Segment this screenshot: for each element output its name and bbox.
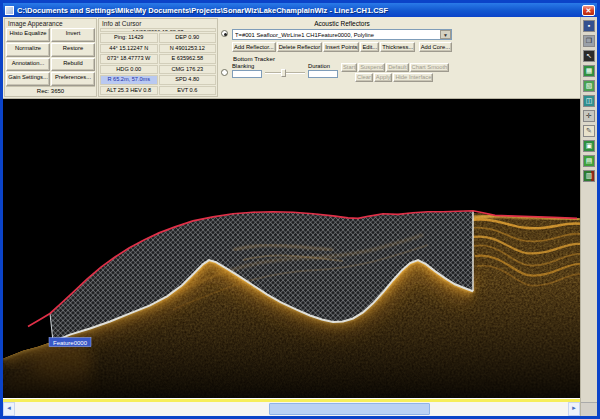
image-appearance-group: Image Appearance Histo Equalize Invert N… <box>4 18 97 97</box>
range-value: R 65.2m, 57.0ms <box>100 75 158 85</box>
add-core-button[interactable]: Add Core... <box>419 42 452 52</box>
image-appearance-title: Image Appearance <box>6 20 95 28</box>
blanking-label: Blanking <box>232 63 262 69</box>
cursor-timestamp: 10/09/2006 15:22:23 <box>100 28 216 32</box>
view-icon[interactable]: ◫ <box>583 95 595 107</box>
control-panel: Image Appearance Histo Equalize Invert N… <box>3 17 580 99</box>
reflectors-mode-radio[interactable] <box>221 30 228 37</box>
northing-value: N 4901253.12 <box>159 44 217 54</box>
invert-button[interactable]: Invert <box>51 28 95 42</box>
app-window: C:\Documents and Settings\Mike\My Docume… <box>0 0 600 419</box>
depth-value: DEP 0.90 <box>159 33 217 43</box>
feature-label[interactable]: Feature0000 <box>49 338 91 347</box>
annotate-icon[interactable]: ✎ <box>583 125 595 137</box>
delete-reflector-button[interactable]: Delete Reflector <box>277 42 323 52</box>
chart-smooth-button[interactable]: Chart Smooth <box>410 63 450 72</box>
heading-value: HDG 0.00 <box>100 65 158 75</box>
hide-interface-button[interactable]: Hide Interface <box>393 73 433 82</box>
save-icon[interactable]: ▪ <box>583 20 595 32</box>
title-bar[interactable]: C:\Documents and Settings\Mike\My Docume… <box>3 3 597 17</box>
annotation-button[interactable]: Annotation... <box>6 58 50 72</box>
feature-label-text: Feature0000 <box>53 340 88 346</box>
speed-value: SPD 4.80 <box>159 75 217 85</box>
edit-button[interactable]: Edit... <box>360 42 379 52</box>
bottom-tracker-title: Bottom Tracker <box>232 55 452 62</box>
contact-icon[interactable]: ▥ <box>583 170 595 182</box>
tracker-clear-button[interactable]: Clear <box>355 73 373 82</box>
sonar-image: Feature0000 <box>3 99 580 398</box>
gain-settings-button[interactable]: Gain Settings... <box>6 72 50 86</box>
copy-icon[interactable]: ❐ <box>583 35 595 47</box>
sonar-view[interactable]: Feature0000 <box>3 99 580 398</box>
mode-radio-column <box>219 18 230 97</box>
event-value: EVT 0.6 <box>159 86 217 96</box>
duration-label: Duration <box>308 63 338 69</box>
preferences-button[interactable]: Preferences... <box>51 72 95 86</box>
info-at-cursor-title: Info at Cursor <box>100 20 216 28</box>
duration-input[interactable] <box>308 70 338 78</box>
histo-equalize-button[interactable]: Histo Equalize <box>6 28 50 42</box>
easting-value: E 635962.58 <box>159 54 217 64</box>
tracker-mode-radio[interactable] <box>221 69 228 76</box>
close-button[interactable]: ✕ <box>582 5 595 16</box>
longitude-value: 073° 18.47773 W <box>100 54 158 64</box>
thickness-button[interactable]: Thickness... <box>380 42 415 52</box>
tracker-suspend-button[interactable]: Suspend <box>358 63 385 72</box>
marker-icon[interactable]: ▤ <box>583 155 595 167</box>
reflector-selected-value: T=#001 Seafloor_WtrLine1 CH1Feature0000,… <box>235 32 440 38</box>
gain-icon[interactable]: ▦ <box>583 65 595 77</box>
insert-points-button[interactable]: Insert Points <box>323 42 359 52</box>
scrollbar-thumb[interactable] <box>269 403 429 415</box>
combo-dropdown-icon[interactable]: ▼ <box>440 30 451 39</box>
tracker-apply-button[interactable]: Apply <box>374 73 393 82</box>
slider-thumb[interactable] <box>281 69 286 77</box>
rebuild-button[interactable]: Rebuild <box>51 58 95 72</box>
reflector-select[interactable]: T=#001 Seafloor_WtrLine1 CH1Feature0000,… <box>232 29 452 40</box>
latitude-value: 44° 15.12247 N <box>100 44 158 54</box>
acoustic-reflectors-title: Acoustic Reflectors <box>232 19 452 29</box>
app-icon <box>5 6 14 15</box>
tracker-default-button[interactable]: Default <box>386 63 408 72</box>
ping-value: Ping: 11429 <box>100 33 158 43</box>
window-title: C:\Documents and Settings\Mike\My Docume… <box>17 6 579 15</box>
cmg-value: CMG 176.23 <box>159 65 217 75</box>
cursor-icon[interactable]: ↖ <box>583 50 595 62</box>
normalize-button[interactable]: Normalize <box>6 43 50 57</box>
scroll-left-button[interactable]: ◄ <box>3 402 15 416</box>
crosshair-icon[interactable]: ✛ <box>583 110 595 122</box>
acoustic-reflectors-group: Acoustic Reflectors T=#001 Seafloor_WtrL… <box>231 18 453 97</box>
add-reflector-button[interactable]: Add Reflector... <box>232 42 276 52</box>
scroll-right-button[interactable]: ► <box>568 402 580 416</box>
horizontal-scrollbar[interactable]: ◄ ► <box>3 402 580 416</box>
palette-icon[interactable]: ▧ <box>583 80 595 92</box>
resize-corner[interactable] <box>581 402 597 416</box>
tracker-start-button[interactable]: Start <box>341 63 357 72</box>
target-icon[interactable]: ▣ <box>583 140 595 152</box>
record-count-label: Rec: 3650 <box>6 86 95 95</box>
scrollbar-track[interactable] <box>15 402 568 416</box>
right-toolbar: ▪ ❐ ↖ ▦ ▧ ◫ ✛ ✎ ▣ ▤ ▥ <box>580 17 597 416</box>
blanking-input[interactable] <box>232 70 262 78</box>
altitude-value: ALT 25.3 HEV 0.8 <box>100 86 158 96</box>
info-at-cursor-group: Info at Cursor 10/09/2006 15:22:23 Ping:… <box>98 18 218 97</box>
threshold-slider[interactable] <box>265 72 305 82</box>
restore-button[interactable]: Restore <box>51 43 95 57</box>
